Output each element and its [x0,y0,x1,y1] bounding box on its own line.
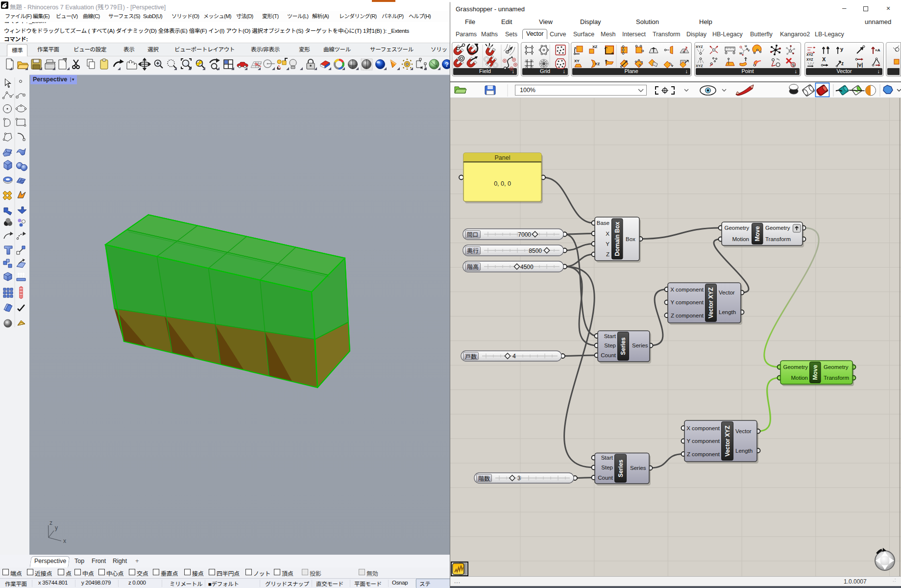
svg-text:Z: Z [606,251,609,257]
svg-text:8500: 8500 [529,247,542,254]
svg-text:Series: Series [632,343,648,348]
svg-text:X component: X component [686,425,720,431]
svg-text:Box: Box [626,236,635,242]
svg-text:Step: Step [601,465,613,470]
svg-text:Z component: Z component [671,313,704,318]
svg-text:Y: Y [606,241,609,247]
svg-text:Base: Base [597,220,609,226]
svg-text:Motion: Motion [732,236,749,242]
svg-text:Vector XYZ: Vector XYZ [724,425,731,456]
svg-text:100%: 100% [520,87,536,94]
svg-text:Count: Count [598,475,613,481]
svg-text:Length: Length [719,309,736,315]
svg-text:Motion: Motion [791,375,808,381]
svg-text:x: x [63,538,66,544]
svg-text:Start: Start [601,455,613,461]
svg-text:Series: Series [620,337,627,355]
svg-text:Move: Move [754,226,761,241]
svg-text:階高: 階高 [467,264,479,270]
svg-text:Geometry: Geometry [765,225,790,231]
svg-text:Geometry: Geometry [725,225,750,231]
svg-text:Geometry: Geometry [783,364,808,370]
svg-text:X: X [606,231,609,237]
svg-text:Y component: Y component [670,299,704,305]
svg-text:Z component: Z component [687,451,720,457]
svg-text:z: z [49,519,52,526]
svg-text:Move: Move [812,365,819,380]
svg-text:Geometry: Geometry [824,364,849,370]
svg-text:Vector: Vector [719,290,735,295]
svg-text:7000: 7000 [518,231,531,238]
svg-text:Length: Length [735,448,753,454]
svg-text:間口: 間口 [467,232,478,238]
svg-text:Panel: Panel [495,154,511,161]
svg-text:Vector: Vector [735,428,752,434]
svg-text:4: 4 [512,353,516,360]
svg-text:Transform: Transform [765,236,791,242]
svg-text:4500: 4500 [520,264,534,270]
svg-text:階数: 階数 [478,475,490,482]
svg-text:X component: X component [670,287,704,293]
svg-text:Start: Start [604,333,616,339]
svg-text:0, 0, 0: 0, 0, 0 [494,180,511,187]
svg-text:?: ? [445,61,449,68]
svg-text:3: 3 [517,475,521,482]
svg-text:y: y [55,524,58,531]
svg-text:戸数: 戸数 [465,353,477,360]
svg-text:Domain Box: Domain Box [614,221,621,256]
svg-text:Series: Series [630,465,646,471]
svg-text:Step: Step [604,343,616,348]
svg-text:Transform: Transform [824,375,849,381]
svg-text:Vector XYZ: Vector XYZ [707,287,714,318]
svg-text:Count: Count [601,352,616,358]
svg-text:奥行: 奥行 [467,247,479,254]
svg-text:Series: Series [617,460,624,477]
svg-text:Y component: Y component [686,438,720,444]
